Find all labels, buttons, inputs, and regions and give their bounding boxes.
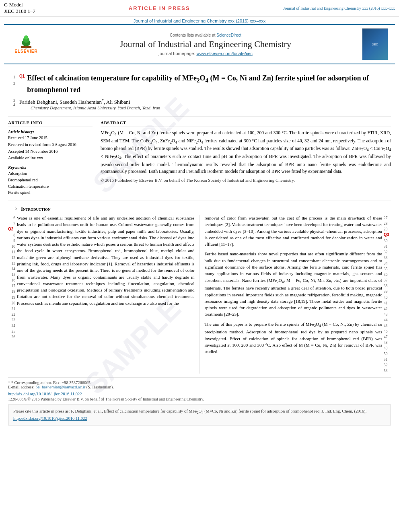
journal-title: Journal of Industrial and Engineering Ch… (52, 39, 359, 49)
intro-section: 5 Introduction 6 7 Q2 8 9 10 11 12 13 (8, 206, 391, 374)
footnote-email-link[interactable]: Sa_hashemian@iauyazd.ac.ir (35, 385, 85, 389)
intro-text-left: Water is one of essential requirement of… (17, 215, 200, 374)
journal-issue: Journal of Industrial and Engineering Ch… (283, 6, 395, 10)
elsevier-logo: ELSEVIER (8, 33, 44, 55)
article-title: Effect of calcination temperature for ca… (27, 73, 391, 95)
abstract-text: MFe2O4 (M = Co, Ni and Zn) ferrite spine… (101, 129, 391, 175)
line-num-5: 5 (8, 206, 17, 215)
accepted-date: Accepted 14 November 2016 (8, 148, 93, 155)
journal-cover-image: JIEC (362, 28, 388, 60)
elsevier-tree-icon (16, 35, 36, 49)
citation-box: Please cite this article in press as: F.… (8, 405, 391, 425)
intro-right-p1: removal of color from wastewater, but th… (205, 215, 383, 247)
available-online: Available online xxx (8, 155, 93, 161)
jiec-id: JIEC 3180 1–7 (4, 8, 35, 14)
q1-marker: Q1 (19, 74, 25, 78)
intro-right-p3: The aim of this paper is to prepare the … (205, 321, 383, 355)
footnote-email-line: E-mail address: Sa_hashemian@iauyazd.ac.… (8, 385, 391, 389)
footnote-email-suffix: (S. Hashemian). (86, 385, 114, 389)
title-section: 1 2 Q1 Effect of calcination temperature… (8, 73, 391, 95)
article-info-label: ARTICLE INFO (8, 120, 93, 125)
q3-marker: Q3 (384, 232, 389, 238)
article-info-abstract: ARTICLE INFO Article history: Received 1… (8, 117, 391, 196)
elsevier-brand: ELSEVIER (14, 49, 37, 53)
journal-cover-area: JIEC (359, 28, 391, 60)
abstract-copyright: © 2016 Published by Elsevier B.V. on beh… (101, 177, 391, 183)
intro-heading-row: 5 Introduction (8, 206, 391, 215)
elsevier-logo-area: ELSEVIER (8, 33, 52, 55)
section-divider-1 (8, 201, 391, 201)
homepage-link[interactable]: www.elsevier.com/locate/jiec (196, 51, 252, 56)
received-revised-date: Received in revised form 6 August 2016 (8, 142, 93, 148)
model-label: G Model (4, 2, 35, 8)
article-info-col: ARTICLE INFO Article history: Received 1… (8, 120, 93, 196)
authors-content: Farideh Dehghani, Saeedeh Hashemian*, Al… (19, 98, 160, 113)
title-line-numbers: 1 2 (8, 73, 15, 95)
intro-heading: Introduction (21, 206, 51, 212)
abstract-label: ABSTRACT (101, 120, 391, 125)
article-body: 1 2 Q1 Effect of calcination temperature… (0, 64, 399, 433)
top-bar: G Model JIEC 3180 1–7 ARTICLE IN PRESS J… (0, 0, 399, 16)
author-line-numbers: 3 4 (8, 98, 15, 113)
footnote-text: * Corresponding author. Fax: +98 3537266… (11, 380, 92, 385)
citation-label: Please cite this article in press as: (13, 409, 70, 413)
intro-body: 6 7 Q2 8 9 10 11 12 13 14 15 16 17 18 (8, 215, 391, 374)
contents-line: Contents lists available at ScienceDirec… (52, 33, 359, 37)
journal-homepage: journal homepage: www.elsevier.com/locat… (52, 51, 359, 56)
citation-doi-link[interactable]: http://dx.doi.org/10.1016/j.jiec.2016.11… (13, 416, 87, 421)
svg-rect-4 (21, 46, 31, 48)
journal-ref-text: Journal of Industrial and Engineering Ch… (134, 18, 265, 23)
authors-text: Farideh Dehghani, Saeedeh Hashemian*, Al… (19, 98, 160, 105)
intro-line-nums-left: 6 7 Q2 8 9 10 11 12 13 14 15 16 17 18 (8, 215, 17, 374)
doi-link[interactable]: http://dx.doi.org/10.1016/j.jiec.2016.11… (8, 392, 82, 396)
keyword-calcination: Calcination temperature (8, 183, 93, 190)
journal-link-line: Journal of Industrial and Engineering Ch… (0, 16, 399, 24)
footnote-star-line: * * Corresponding author. Fax: +98 35372… (8, 380, 391, 385)
sciencedirect-link[interactable]: ScienceDirect (216, 33, 241, 37)
keyword-bromophenol: Bromophenol red (8, 177, 93, 183)
intro-text-right: removal of color from wastewater, but th… (200, 215, 383, 374)
journal-header: ELSEVIER Contents lists available at Sci… (4, 24, 395, 64)
footnote-area: * * Corresponding author. Fax: +98 35372… (8, 378, 391, 389)
svg-point-3 (24, 35, 29, 40)
affiliation: Chemistry Department, Islamic Azad Unive… (31, 105, 160, 110)
copyright-footer: 1226-086X/© 2016 Published by Elsevier B… (8, 397, 391, 401)
intro-line-nums-right: 27 28 29 Q3 30 31 32 33 34 35 36 37 38 3… (382, 215, 391, 374)
article-history-label: Article history: (8, 129, 93, 134)
authors-section: 3 4 Farideh Dehghani, Saeedeh Hashemian*… (8, 98, 391, 113)
abstract-col: ABSTRACT MFe2O4 (M = Co, Ni and Zn) ferr… (101, 120, 391, 196)
model-info: G Model JIEC 3180 1–7 (4, 2, 35, 14)
keyword-adsorption: Adsorption (8, 170, 93, 177)
article-wrapper: SAMPLE SAMPLE G Model JIEC 3180 1–7 ARTI… (0, 0, 399, 433)
keyword-ferrite: Ferrite spinel (8, 189, 93, 196)
article-in-press: ARTICLE IN PRESS (129, 5, 190, 11)
received-date: Received 17 June 2015 (8, 135, 93, 141)
q2-marker: Q2 (8, 226, 13, 232)
intro-right-p2: Ferrite based nano-materials show novel … (205, 251, 383, 317)
keywords-label: Keywords: (8, 165, 93, 170)
doi-line: http://dx.doi.org/10.1016/j.jiec.2016.11… (8, 392, 391, 396)
journal-center: Contents lists available at ScienceDirec… (52, 33, 359, 56)
